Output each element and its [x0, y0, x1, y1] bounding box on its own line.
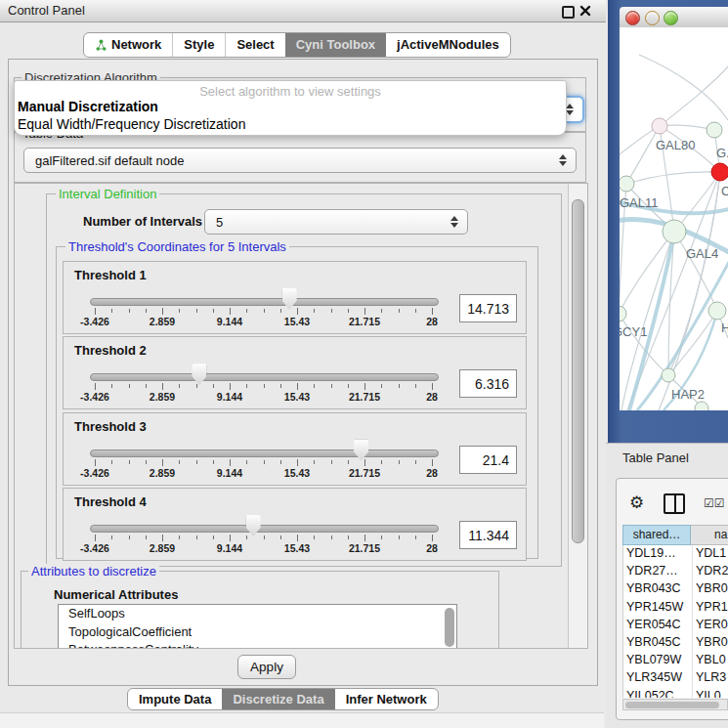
column-header-shared-name[interactable]: shared… [622, 525, 691, 545]
slider-tick [415, 309, 416, 313]
slider-tick [230, 383, 231, 390]
network-node[interactable] [620, 176, 634, 192]
table-scrollbar-thumb[interactable] [625, 702, 719, 708]
slider-tick [381, 460, 382, 464]
network-node[interactable] [708, 302, 726, 320]
slider-scale-label: 21.715 [340, 316, 389, 327]
slider-tick [246, 309, 247, 313]
slider-tick [331, 309, 332, 313]
slider-tick [146, 535, 147, 539]
slider-thumb[interactable] [282, 288, 297, 310]
slider-tick [196, 535, 197, 539]
algorithm-popup-hint: Select algorithm to view settings [15, 84, 566, 99]
tab-discretize-data[interactable]: Discretize Data [222, 689, 334, 709]
slider-tick [432, 383, 433, 390]
network-node[interactable] [707, 122, 722, 138]
table-row[interactable]: YBL079WYBL0 [623, 652, 728, 669]
float-window-icon[interactable] [562, 6, 575, 19]
zoom-traffic-light-icon[interactable] [664, 11, 678, 25]
network-node[interactable] [662, 368, 675, 382]
tab-cyni-toolbox[interactable]: Cyni Toolbox [285, 33, 386, 57]
cell-name: YBR0 [696, 635, 728, 649]
slider-tick [331, 460, 332, 464]
threshold-value-field[interactable]: 11.344 [459, 521, 517, 549]
close-traffic-light-icon[interactable] [625, 11, 640, 25]
slider-thumb[interactable] [192, 364, 206, 385]
threshold-value-field[interactable]: 6.316 [459, 369, 517, 398]
table-row[interactable]: YIL052CYIL0 [623, 688, 728, 699]
gear-icon[interactable]: ⚙ [629, 492, 644, 512]
table-row[interactable]: YER054CYER0 [623, 617, 728, 634]
node-table-rows: YDL19…YDL1YDR27…YDR2YBR043CYBR0YPR145WYP… [622, 545, 728, 698]
table-row[interactable]: YLR345WYLR3 [623, 669, 728, 687]
slider-tick [432, 535, 433, 541]
network-window-titlebar [620, 7, 728, 28]
slider-track[interactable] [90, 450, 439, 457]
tab-network[interactable]: Network [84, 33, 172, 57]
slider-thumb[interactable] [246, 515, 261, 536]
cell-shared-name: YBR043C [626, 581, 681, 595]
slider-tick [95, 308, 96, 315]
slider-track[interactable] [90, 373, 439, 381]
slider-tick [280, 384, 281, 388]
slider-tick [364, 535, 365, 541]
list-scrollbar[interactable] [445, 608, 454, 647]
control-panel-tabs: Network Style Select Cyni Toolbox jActiv… [83, 32, 511, 58]
table-row[interactable]: YBR043CYBR0 [623, 580, 728, 598]
slider-scale-label: -3.426 [70, 467, 119, 479]
network-node[interactable] [652, 118, 667, 134]
threshold-panel-1: Threshold 1-3.4262.8599.14415.4321.71528… [63, 261, 527, 334]
attributes-group-label: Attributes to discretize [28, 564, 159, 578]
cell-name: YBL0 [696, 653, 726, 666]
numerical-attributes-list[interactable]: SelfLoopsTopologicalCoefficientBetweenne… [58, 604, 457, 649]
minimize-traffic-light-icon[interactable] [645, 11, 660, 25]
table-row[interactable]: YDR27…YDR2 [623, 563, 728, 580]
combo-arrows-icon [566, 104, 574, 115]
slider-thumb[interactable] [354, 440, 368, 461]
slider-track[interactable] [90, 525, 439, 533]
apply-button[interactable]: Apply [237, 655, 296, 679]
network-edge [660, 66, 728, 126]
tab-infer-network-label: Infer Network [346, 689, 427, 709]
attribute-list-item[interactable]: BetweennessCentrality [59, 641, 456, 649]
network-node[interactable] [620, 306, 626, 321]
attribute-list-item[interactable]: TopologicalCoefficient [59, 623, 456, 642]
table-data-combo[interactable]: galFiltered.sif default node [23, 148, 577, 173]
popup-option-equal-width-frequency[interactable]: Equal Width/Frequency Discretization [18, 116, 245, 132]
attribute-list-item[interactable]: SelfLoops [59, 605, 456, 623]
network-node-label: GAL80 [656, 138, 695, 152]
network-node[interactable] [695, 402, 708, 410]
tab-style[interactable]: Style [172, 33, 225, 57]
column-header-name[interactable]: na [691, 525, 728, 545]
settings-scrollbar-thumb[interactable] [572, 199, 584, 543]
slider-tick [432, 308, 433, 315]
network-node[interactable] [663, 220, 686, 243]
table-row[interactable]: YBR045CYBR0 [623, 634, 728, 652]
table-row[interactable]: YPR145WYPR1 [623, 599, 728, 617]
tab-impute-data[interactable]: Impute Data [128, 689, 222, 709]
tab-select[interactable]: Select [225, 33, 284, 57]
threshold-value-field[interactable]: 14.713 [459, 294, 517, 322]
close-icon[interactable] [579, 5, 591, 17]
settings-vertical-scrollbar[interactable] [568, 184, 587, 648]
control-panel-titlebar: Control Panel [0, 0, 606, 22]
threshold-value-field[interactable]: 21.4 [459, 446, 517, 474]
popup-option-manual-discretization[interactable]: Manual Discretization [18, 99, 158, 114]
network-node[interactable] [711, 163, 728, 181]
slider-tick [415, 460, 416, 464]
network-view[interactable]: GAL80G.CGAL11GAL4GCY1HHAP2 [620, 27, 728, 410]
table-horizontal-scrollbar[interactable] [622, 699, 728, 710]
slider-track[interactable] [90, 298, 439, 306]
select-columns-checkboxes-icon[interactable]: ☑☑ [704, 496, 725, 510]
slider-scale-label: 21.715 [340, 542, 389, 554]
cell-name: YER0 [696, 618, 728, 631]
slider-tick [280, 309, 281, 313]
tab-infer-network[interactable]: Infer Network [335, 689, 438, 709]
slider-tick [264, 384, 265, 388]
table-data-combo-value: galFiltered.sif default node [35, 153, 184, 168]
tab-jactivemnodules[interactable]: jActiveMNodules [386, 33, 510, 57]
split-columns-icon[interactable] [664, 493, 685, 514]
number-of-intervals-combo[interactable]: 5 [204, 209, 468, 235]
table-row[interactable]: YDL19…YDL1 [623, 545, 728, 563]
slider-tick [415, 384, 416, 388]
